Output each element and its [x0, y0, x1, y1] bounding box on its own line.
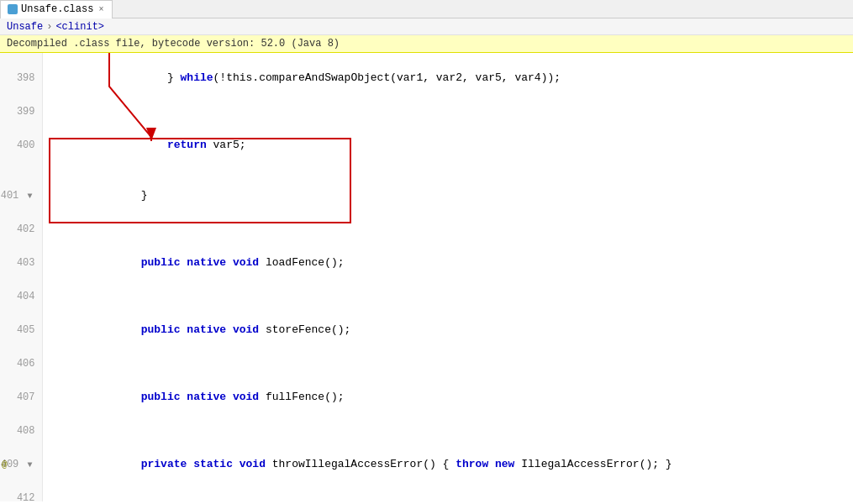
code-line: public native void fullFence(); — [42, 372, 853, 423]
table-row: 400 return var5; — [0, 120, 853, 171]
table-row: 408 — [0, 423, 853, 439]
code-line: public native void storeFence(); — [42, 305, 853, 355]
table-row: 405 public native void storeFence(); — [0, 305, 853, 355]
info-banner-text: Decompiled .class file, bytecode version… — [7, 38, 340, 50]
line-number: 407 — [0, 372, 42, 423]
line-number: 400 — [0, 120, 42, 171]
line-number: 398 — [0, 53, 42, 103]
breadcrumb-item-clinit[interactable]: <clinit> — [55, 21, 104, 33]
table-row: 407 public native void fullFence(); — [0, 372, 853, 423]
breadcrumb-separator: › — [46, 21, 52, 33]
code-line — [42, 355, 853, 372]
line-number: 408 — [0, 423, 42, 439]
fold-icon[interactable]: ▼ — [25, 457, 35, 474]
table-row: 406 — [0, 355, 853, 372]
tab-close-button[interactable]: × — [97, 5, 105, 14]
code-line: } while(!this.compareAndSwapObject(var1,… — [42, 53, 853, 103]
tab-bar: Unsafe.class × — [0, 0, 853, 18]
code-table: 398 } while(!this.compareAndSwapObject(v… — [0, 53, 853, 501]
code-line — [42, 221, 853, 238]
code-line — [42, 490, 853, 501]
code-line — [42, 423, 853, 439]
table-row: 412 — [0, 490, 853, 501]
fold-icon[interactable]: ▼ — [25, 188, 35, 205]
breadcrumb: Unsafe › <clinit> — [0, 18, 853, 35]
code-line: } — [42, 171, 853, 221]
table-row: 402 — [0, 221, 853, 238]
breadcrumb-item-unsafe[interactable]: Unsafe — [7, 21, 43, 33]
line-number: 403 — [0, 238, 42, 288]
code-line: public native void loadFence(); — [42, 238, 853, 288]
line-number: 402 — [0, 221, 42, 238]
line-number: 404 — [0, 288, 42, 305]
tab-label: Unsafe.class — [21, 3, 93, 15]
table-row: 404 — [0, 288, 853, 305]
line-number: 406 — [0, 355, 42, 372]
code-line: return var5; — [42, 120, 853, 171]
code-line — [42, 103, 853, 120]
table-row: 403 public native void loadFence(); — [0, 238, 853, 288]
line-number: 401 ▼ — [0, 171, 42, 221]
line-number: 399 — [0, 103, 42, 120]
info-banner: Decompiled .class file, bytecode version… — [0, 35, 853, 53]
table-row: 398 } while(!this.compareAndSwapObject(v… — [0, 53, 853, 103]
table-row: 409 @ ▼ private static void throwIllegal… — [0, 439, 853, 490]
java-class-icon — [8, 4, 18, 14]
editor-area: 398 } while(!this.compareAndSwapObject(v… — [0, 53, 853, 501]
line-number: 409 @ ▼ — [0, 439, 42, 490]
code-line: private static void throwIllegalAccessEr… — [42, 439, 853, 490]
tab-unsafe-class[interactable]: Unsafe.class × — [0, 0, 113, 18]
table-row: 399 — [0, 103, 853, 120]
table-row: 401 ▼ } — [0, 171, 853, 221]
code-line — [42, 288, 853, 305]
line-number: 412 — [0, 490, 42, 501]
line-number: 405 — [0, 305, 42, 355]
